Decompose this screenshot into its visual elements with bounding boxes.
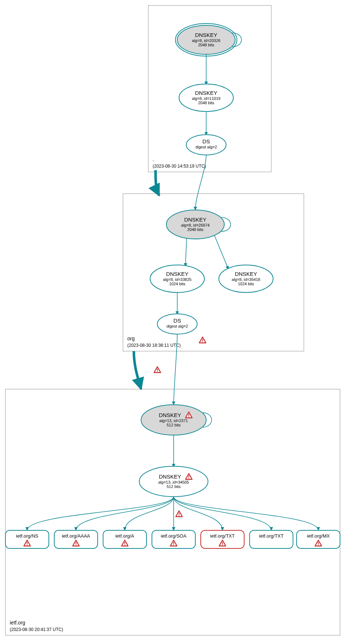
node-sub2: 2048 bits [198, 43, 215, 47]
svg-rect-15 [188, 476, 189, 477]
node-sub2: 512 bits [167, 484, 181, 489]
node-sub1: alg=13, id=2371 [160, 418, 188, 423]
svg-rect-38 [157, 369, 158, 371]
rrset-label: ietf.org/MX [307, 533, 330, 539]
node-orgKSK: DNSKEYalg=8, id=269742048 bits [166, 210, 224, 239]
svg-rect-24 [124, 542, 125, 544]
rrset-soa: ietf.org/SOA [152, 530, 195, 548]
svg-rect-40 [179, 513, 179, 515]
node-orgZSK2: DNSKEYalg=8, id=354181024 bits [219, 265, 273, 292]
rrset-label: ietf.org/NS [16, 533, 38, 539]
svg-rect-28 [173, 544, 174, 545]
zone-label: org [127, 336, 135, 341]
rrset-aaaa: ietf.org/AAAA [54, 530, 98, 548]
zone-timestamp: (2023-08-30 14:53:19 UTC) [153, 164, 206, 169]
node-ietfZSK: DNSKEYalg=13, id=34505512 bits [139, 466, 208, 497]
node-title: DNSKEY [166, 271, 188, 277]
node-title: DNSKEY [159, 473, 181, 480]
zone-timestamp: (2023-08-30 18:38:11 UTC) [127, 343, 181, 348]
zone-label: . [153, 156, 154, 162]
edge [214, 235, 229, 269]
rrset-txt2: ietf.org/TXT [250, 530, 293, 548]
node-sub1: alg=8, id=35418 [232, 277, 260, 282]
delegation-arrow [156, 170, 159, 195]
svg-rect-34 [318, 542, 319, 544]
warning-icon [176, 511, 182, 517]
node-title: DS [203, 138, 210, 144]
svg-rect-35 [318, 544, 319, 545]
svg-rect-36 [202, 339, 203, 341]
node-sub1: alg=8, id=26974 [181, 223, 210, 227]
node-orgZSK: DNSKEYalg=8, id=338251024 bits [150, 265, 204, 292]
rrset-label: ietf.org/TXT [259, 533, 284, 539]
svg-rect-19 [27, 544, 27, 545]
svg-rect-39 [157, 371, 158, 372]
node-sub1: alg=8, id=11019 [192, 96, 221, 101]
rrset-ns: ietf.org/NS [5, 530, 49, 548]
node-sub2: 1024 bits [238, 282, 254, 286]
edge-rrsig [174, 497, 318, 530]
svg-rect-12 [188, 414, 189, 416]
svg-rect-13 [188, 416, 189, 417]
svg-rect-25 [124, 544, 125, 545]
edge-ds-to-ksk [195, 155, 206, 210]
svg-rect-41 [179, 515, 179, 516]
zone-label: ietf.org [10, 620, 25, 626]
svg-rect-31 [222, 544, 223, 545]
node-title: DNSKEY [184, 216, 207, 223]
edge [186, 237, 187, 266]
svg-rect-30 [222, 542, 223, 544]
edge-rrsig [27, 497, 174, 530]
rrset-mx: ietf.org/MX [297, 530, 340, 548]
node-sub1: alg=13, id=34505 [158, 480, 189, 484]
svg-rect-18 [27, 542, 27, 544]
node-title: DNSKEY [195, 32, 217, 38]
node-orgDS: DSdigest alg=2 [157, 314, 197, 334]
node-title: DNSKEY [195, 90, 217, 96]
node-sub1: alg=8, id=20326 [192, 38, 221, 43]
svg-rect-16 [188, 478, 189, 479]
node-sub1: digest alg=2 [166, 324, 188, 328]
node-title: DNSKEY [235, 271, 257, 277]
node-sub2: 512 bits [167, 423, 181, 427]
node-rootKSK: DNSKEYalg=8, id=203262048 bits [175, 24, 237, 56]
node-sub2: 2048 bits [198, 101, 215, 105]
node-sub2: 2048 bits [187, 227, 204, 232]
rrset-txt1: ietf.org/TXT [201, 530, 244, 548]
rrset-label: ietf.org/TXT [210, 533, 235, 539]
node-sub2: 1024 bits [169, 282, 186, 286]
node-ietfKSK: DNSKEYalg=13, id=2371512 bits [141, 405, 206, 435]
zone-timestamp: (2023-08-30 20:41:37 UTC) [10, 627, 63, 632]
delegation-arrow [134, 351, 141, 389]
svg-rect-27 [173, 542, 174, 544]
svg-rect-21 [76, 542, 76, 544]
rrset-label: ietf.org/AAAA [62, 533, 90, 539]
node-rootZSK: DNSKEYalg=8, id=110192048 bits [179, 84, 233, 111]
svg-rect-37 [202, 341, 203, 342]
svg-rect-22 [76, 544, 76, 545]
rrset-label: ietf.org/A [115, 533, 134, 539]
node-sub1: digest alg=2 [195, 145, 217, 149]
rrset-a: ietf.org/A [103, 530, 146, 548]
node-sub1: alg=8, id=33825 [163, 277, 192, 282]
node-title: DS [174, 317, 181, 324]
dnssec-auth-graph: .(2023-08-30 14:53:19 UTC)org(2023-08-30… [0, 0, 344, 644]
node-rootDS: DSdigest alg=2 [186, 135, 226, 155]
warning-icon [199, 337, 206, 343]
warning-icon [154, 367, 161, 372]
node-title: DNSKEY [159, 412, 181, 418]
rrset-label: ietf.org/SOA [161, 533, 187, 539]
